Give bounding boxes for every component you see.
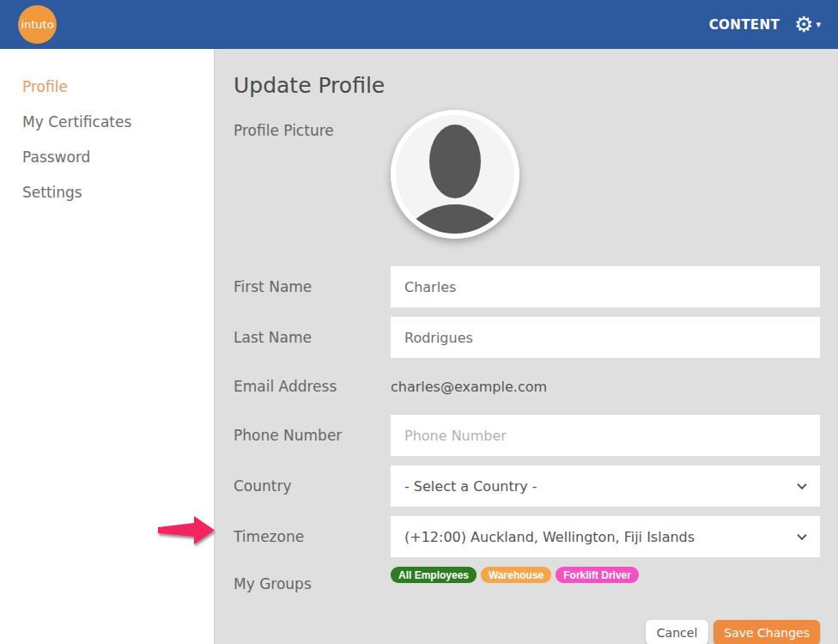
- my-groups-label: My Groups: [234, 567, 391, 592]
- last-name-row: Last Name: [234, 317, 820, 358]
- content-nav-link[interactable]: CONTENT: [709, 17, 780, 33]
- annotation-arrow-icon: [156, 513, 216, 548]
- timezone-select[interactable]: (+12:00) Auckland, Wellington, Fiji Isla…: [391, 516, 820, 557]
- country-label: Country: [234, 465, 391, 507]
- main-content: Update Profile Profile Picture: [215, 49, 838, 644]
- group-badges: All Employees Warehouse Forklift Driver: [391, 567, 820, 583]
- group-badge-forklift-driver[interactable]: Forklift Driver: [556, 567, 639, 583]
- phone-label: Phone Number: [234, 415, 391, 456]
- settings-menu-button[interactable]: ⚙ ▾: [794, 14, 821, 35]
- email-value: charles@example.com: [391, 379, 547, 395]
- country-row: Country - Select a Country -: [234, 465, 820, 507]
- profile-picture-row: Profile Picture: [234, 110, 820, 239]
- email-row: Email Address charles@example.com: [234, 368, 820, 405]
- first-name-input[interactable]: [391, 266, 820, 307]
- sidebar-item-password[interactable]: Password: [0, 150, 214, 165]
- phone-row: Phone Number: [234, 415, 820, 456]
- country-select[interactable]: - Select a Country -: [391, 465, 820, 507]
- page-title: Update Profile: [234, 73, 820, 99]
- avatar[interactable]: [391, 110, 519, 239]
- group-badge-all-employees[interactable]: All Employees: [391, 567, 477, 583]
- profile-picture-control: [391, 110, 820, 239]
- email-label: Email Address: [234, 368, 391, 405]
- navbar-right: CONTENT ⚙ ▾: [709, 14, 821, 35]
- timezone-row: Timezone (+12:00) Auckland, Wellington, …: [234, 516, 820, 557]
- form-actions: Cancel Save Changes: [234, 620, 820, 644]
- logo-text: intuto: [21, 18, 53, 31]
- first-name-label: First Name: [234, 266, 391, 307]
- first-name-row: First Name: [234, 266, 820, 307]
- sidebar-item-my-certificates[interactable]: My Certificates: [0, 115, 214, 130]
- save-changes-button[interactable]: Save Changes: [714, 620, 820, 644]
- cancel-button[interactable]: Cancel: [646, 620, 708, 644]
- timezone-label: Timezone: [234, 516, 391, 557]
- sidebar-item-settings[interactable]: Settings: [0, 185, 214, 200]
- app-window: intuto CONTENT ⚙ ▾ Profile My Certificat…: [0, 0, 838, 644]
- group-badge-warehouse[interactable]: Warehouse: [481, 567, 551, 583]
- profile-picture-label: Profile Picture: [234, 110, 391, 239]
- intuto-logo[interactable]: intuto: [18, 5, 57, 44]
- top-navbar: intuto CONTENT ⚙ ▾: [0, 0, 838, 49]
- page-layout: Profile My Certificates Password Setting…: [0, 49, 838, 644]
- gear-icon: ⚙: [794, 14, 813, 35]
- chevron-down-icon: ▾: [816, 19, 821, 30]
- last-name-label: Last Name: [234, 317, 391, 358]
- last-name-input[interactable]: [391, 317, 820, 358]
- sidebar-item-profile[interactable]: Profile: [0, 80, 214, 94]
- person-silhouette-icon: [391, 110, 519, 239]
- my-groups-row: My Groups All Employees Warehouse Forkli…: [234, 567, 820, 592]
- sidebar: Profile My Certificates Password Setting…: [0, 49, 215, 644]
- phone-input[interactable]: [391, 415, 820, 456]
